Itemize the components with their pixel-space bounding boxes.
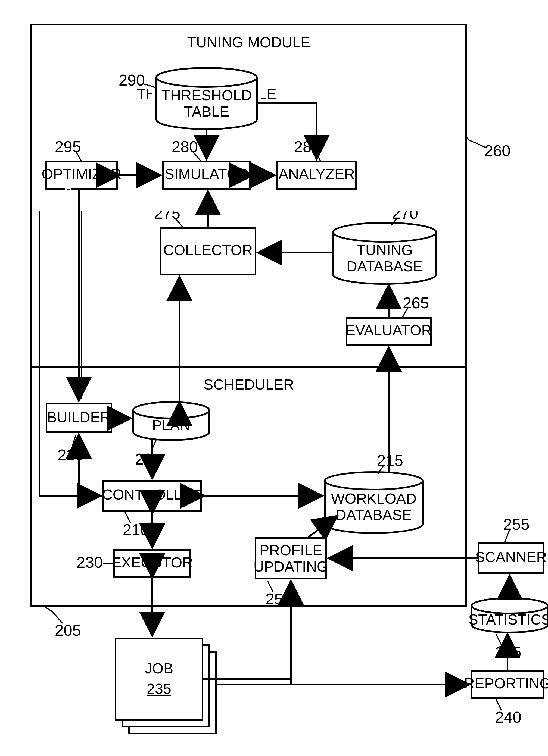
svg-text:PLAN: PLAN [152,417,190,433]
tuning-title: TUNING MODULE [187,34,310,50]
svg-point-4 [156,68,257,87]
optimizer-label: OPTIMIZER [42,166,121,182]
scanner-label: SCANNER [475,549,547,565]
job-stack: JOB 235 [115,638,216,733]
svg-text:PROFILE: PROFILE [259,542,322,558]
svg-text:CONTROLLER: CONTROLLER [102,486,202,503]
simulator-label: SIMULATOR [164,166,249,182]
svg-text:EXECUTOR: EXECUTOR [111,554,193,570]
svg-text:BUILDER: BUILDER [47,409,111,425]
svg-text:EVALUATOR: EVALUATOR [346,322,432,338]
svg-point-37 [133,402,209,418]
svg-text:210: 210 [123,521,149,538]
svg-text:230: 230 [77,553,103,571]
tuning-ref: 260 [484,142,511,159]
svg-text:215: 215 [377,451,403,469]
threshold-ref: 290 [119,71,145,89]
threshold-label-2: TABLE [184,103,229,120]
svg-point-24 [333,223,436,242]
scanner-ref: 255 [503,515,530,533]
reporting-label: REPORTING [464,675,548,691]
job-ref: 235 [147,680,171,697]
svg-rect-11 [115,638,202,720]
svg-text:UPDATING: UPDATING [253,558,328,575]
svg-text:225: 225 [135,450,161,468]
threshold-label-1: THRESHOLD [161,87,252,103]
svg-text:220: 220 [58,446,84,464]
statistics-cylinder: STATISTICS [468,598,548,632]
statistics-label: STATISTICS [468,611,548,628]
svg-rect-63 [32,190,464,211]
svg-text:DATABASE: DATABASE [336,507,412,523]
reporting-ref: 240 [495,708,522,726]
job-label: JOB [145,660,173,676]
analyzer-label: ANALYZER [279,166,355,182]
scheduler-ref: 205 [55,621,81,639]
svg-text:WORKLOAD: WORKLOAD [331,490,417,507]
svg-text:DATABASE: DATABASE [347,258,423,274]
threshold-table-cylinder: THRESHOLD TABLE [152,67,261,129]
svg-point-46 [325,472,423,490]
svg-text:TUNING: TUNING [357,242,413,258]
diagram-root: TUNING MODULE SCHEDULER THRESHOLD TABLE … [0,0,548,756]
svg-text:SCHEDULER: SCHEDULER [203,376,294,393]
svg-text:COLLECTOR: COLLECTOR [163,242,252,258]
